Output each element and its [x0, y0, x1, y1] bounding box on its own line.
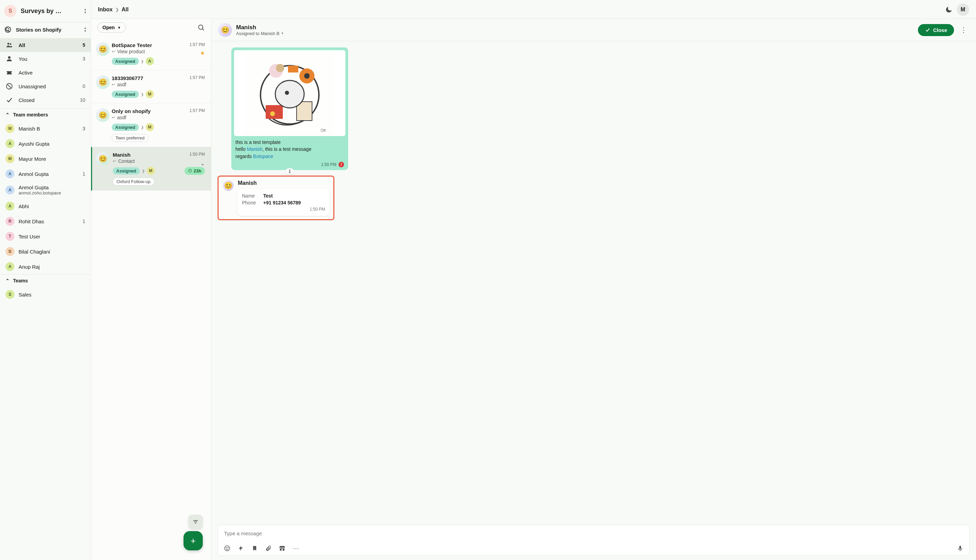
error-icon[interactable]: !: [339, 162, 344, 167]
emoji-icon[interactable]: [224, 545, 231, 552]
assignment-dropdown[interactable]: Assigned to Manish B ▼: [236, 31, 284, 36]
blocked-icon: [5, 82, 13, 90]
contact-avatar: [96, 152, 110, 166]
chevron-right-icon: ❯: [115, 7, 119, 12]
breadcrumb-inbox[interactable]: Inbox: [98, 7, 113, 13]
conversation-item[interactable]: BotSpace Tester 1:57 PM ↩View product ★ …: [91, 37, 211, 70]
sidebar-member[interactable]: A Anmol Gupta 1: [0, 166, 91, 182]
assignee-avatar: M: [147, 167, 155, 175]
avatar: A: [5, 185, 15, 195]
bookmark-icon[interactable]: [251, 545, 259, 552]
avatar: R: [5, 217, 15, 226]
contact-avatar: [96, 42, 110, 56]
nav-count: 10: [80, 97, 85, 103]
conversation-item[interactable]: Only on shopify 1:57 PM ↩asdf Assigned ❯…: [91, 103, 211, 147]
chevron-up-icon: ⌃: [5, 278, 10, 283]
chevron-right-icon: ❯: [141, 60, 143, 63]
chevron-up-icon: ⌃: [5, 112, 10, 117]
svg-rect-29: [959, 546, 961, 549]
nav-unassigned[interactable]: Unassigned 0: [0, 79, 91, 93]
quick-reply-icon[interactable]: [237, 545, 245, 552]
channel-switcher[interactable]: Stories on Shopify ▲▼: [0, 22, 91, 37]
close-conversation-button[interactable]: Close: [918, 24, 954, 36]
inbound-contact-message[interactable]: Manish Name Test Phone +91 91234 56789: [217, 175, 334, 220]
contact-name[interactable]: Manish: [236, 24, 284, 31]
svg-rect-28: [282, 549, 282, 551]
sidebar-member[interactable]: B Bilal Chaglani: [0, 244, 91, 259]
sidebar-member[interactable]: A Ayushi Gupta: [0, 136, 91, 151]
chat-body: Ott this is a test template hello Manish…: [211, 41, 976, 525]
chat-header: Manish Assigned to Manish B ▼ Close ⋮: [211, 19, 976, 41]
svg-point-2: [10, 43, 11, 45]
new-conversation-fab[interactable]: +: [184, 531, 203, 550]
nav-label: You: [18, 56, 27, 62]
nav-active[interactable]: Active: [0, 66, 91, 79]
svg-line-5: [8, 85, 11, 88]
nav-you[interactable]: You 3: [0, 52, 91, 66]
chevron-right-icon: ❯: [141, 92, 143, 96]
more-icon[interactable]: ⋯: [292, 545, 300, 552]
person-icon: [5, 55, 13, 63]
sidebar-team[interactable]: SSales: [0, 287, 91, 302]
current-user-avatar[interactable]: M: [957, 3, 969, 16]
chevron-down-icon: ▼: [118, 26, 121, 30]
nav-all[interactable]: All 5: [0, 38, 91, 52]
svg-rect-16: [266, 105, 283, 119]
contact-card: Name Test Phone +91 91234 56789 1:50 PM: [238, 189, 329, 216]
sidebar-member[interactable]: M Manish B 3: [0, 121, 91, 136]
star-icon[interactable]: ★: [200, 50, 205, 56]
chevron-updown-icon[interactable]: ▲▼: [84, 8, 87, 14]
sidebar-member[interactable]: A Anup Raj: [0, 259, 91, 274]
section-teams[interactable]: ⌃ Teams: [0, 274, 91, 287]
more-options-button[interactable]: ⋮: [958, 26, 969, 34]
member-name: Bilal Chaglani: [18, 249, 50, 255]
channel-name: Stories on Shopify: [16, 27, 78, 33]
contact-avatar: [96, 75, 110, 89]
sidebar-member[interactable]: T Test User: [0, 229, 91, 244]
member-count: 1: [82, 218, 85, 224]
assignee-avatar: A: [146, 57, 154, 65]
sidebar-member[interactable]: M Mayur More: [0, 151, 91, 166]
dark-mode-toggle[interactable]: [945, 6, 953, 13]
team-name: Sales: [18, 292, 32, 298]
sidebar-member[interactable]: R Rohit Dhas 1: [0, 214, 91, 229]
nav-label: Active: [18, 70, 33, 76]
conversation-item[interactable]: Manish 1:50 PM ↩Contact ⌄ Assigned ❯ M23…: [91, 147, 211, 191]
filter-fab[interactable]: [189, 515, 203, 529]
store-icon[interactable]: [279, 545, 286, 552]
nav-count: 3: [82, 56, 85, 62]
workspace-switcher[interactable]: S Surveys by … ▲▼: [0, 0, 91, 22]
avatar: A: [5, 139, 15, 148]
message-input[interactable]: [218, 525, 969, 542]
composer: ⋯: [217, 525, 970, 556]
assignee-avatar: M: [146, 90, 154, 98]
tag-chip: Oxford Follow-up: [113, 178, 154, 185]
sidebar-member[interactable]: A Anmol Guptaanmol.zoho.botspace: [0, 182, 91, 198]
avatar: B: [5, 247, 15, 256]
nav-label: Closed: [18, 97, 35, 103]
chevron-down-icon[interactable]: ⌄: [200, 160, 205, 167]
conversation-item[interactable]: 18339306777 1:57 PM ↩asdf Assigned ❯ M: [91, 70, 211, 103]
member-count: 1: [82, 171, 85, 177]
svg-point-21: [285, 91, 289, 95]
conversation-list: BotSpace Tester 1:57 PM ↩View product ★ …: [91, 37, 211, 560]
workspace-name: Surveys by …: [21, 8, 78, 15]
section-team-members[interactable]: ⌃ Team members: [0, 108, 91, 121]
reaction-count[interactable]: 1: [285, 168, 294, 174]
breadcrumb: Inbox ❯ All: [98, 7, 941, 13]
svg-point-27: [228, 548, 229, 548]
attachment-icon[interactable]: [265, 545, 272, 552]
section-label: Team members: [13, 112, 48, 117]
conversation-time: 1:57 PM: [189, 42, 205, 47]
outbound-message[interactable]: Ott this is a test template hello Manish…: [231, 47, 348, 170]
nav-closed[interactable]: Closed 10: [0, 93, 91, 107]
sidebar-member[interactable]: A Abhi: [0, 198, 91, 214]
mic-icon[interactable]: [956, 545, 964, 552]
search-button[interactable]: [197, 24, 205, 31]
chevron-updown-icon[interactable]: ▲▼: [84, 27, 87, 33]
contact-avatar: [218, 23, 232, 37]
assigned-chip: Assigned: [112, 58, 139, 65]
workspace-avatar: S: [4, 5, 17, 17]
svg-point-3: [8, 56, 10, 59]
status-filter-button[interactable]: Open ▼: [97, 22, 126, 33]
